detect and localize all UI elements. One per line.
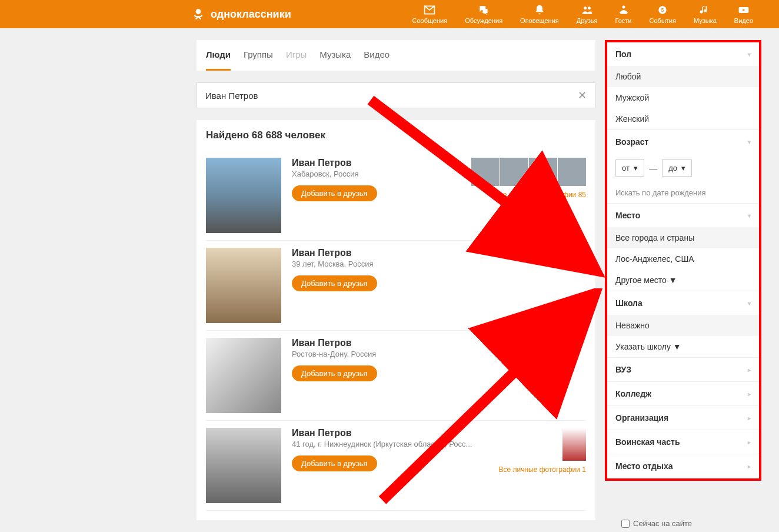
nav-friends[interactable]: Друзья	[577, 4, 598, 24]
birth-date-link[interactable]: Искать по дате рождения	[607, 182, 759, 203]
avatar[interactable]	[206, 428, 281, 503]
music-icon	[699, 4, 711, 16]
nav-messages[interactable]: Сообщения	[412, 4, 447, 24]
tab-groups[interactable]: Группы	[244, 40, 273, 71]
results-box: Найдено 68 688 человек Иван Петров Хабар…	[197, 120, 595, 520]
nav-discussions[interactable]: Обсуждения	[465, 4, 502, 24]
filter-organization[interactable]: Организация▸	[607, 406, 759, 430]
result-name[interactable]: Иван Петров	[292, 338, 586, 348]
checkbox[interactable]	[621, 520, 630, 521]
filter-gender: Пол▾ Любой Мужской Женский	[607, 42, 759, 130]
thumb[interactable]	[558, 158, 586, 186]
filter-college[interactable]: Колледж▸	[607, 382, 759, 406]
logo-text: одноклассники	[211, 8, 291, 21]
avatar[interactable]	[206, 158, 281, 233]
filter-header[interactable]: Место▾	[607, 204, 759, 227]
filter-option[interactable]: Все города и страны	[607, 227, 759, 248]
logo-icon	[191, 6, 206, 22]
photo-thumbs: Все личные фотографии 1	[498, 428, 586, 474]
thumb[interactable]	[500, 158, 528, 186]
mail-icon	[424, 4, 435, 16]
result-meta: Ростов-на-Дону, Россия	[292, 350, 586, 358]
result-item: Иван Петров 41 год, г. Нижнеудинск (Ирку…	[206, 421, 586, 511]
svg-point-2	[587, 6, 590, 9]
filter-option[interactable]: Лос-Анджелес, США	[607, 248, 759, 270]
chevron-down-icon: ▾	[748, 212, 751, 219]
filter-university[interactable]: ВУЗ▸	[607, 358, 759, 382]
tab-people[interactable]: Люди	[206, 40, 231, 71]
filter-header[interactable]: Школа▾	[607, 291, 759, 315]
svg-point-1	[584, 6, 587, 9]
chevron-down-icon: ▾	[748, 139, 751, 145]
add-friend-button[interactable]: Добавить в друзья	[292, 365, 377, 381]
top-header: одноклассники Сообщения Обсуждения Опове…	[0, 0, 779, 28]
nav-music[interactable]: Музыка	[694, 4, 717, 24]
result-item: Иван Петров Хабаровск, Россия Добавить в…	[206, 151, 586, 241]
results-count: Найдено 68 688 человек	[206, 129, 586, 141]
nav-guests[interactable]: Гости	[615, 4, 631, 24]
tab-games[interactable]: Игры	[286, 40, 307, 71]
filter-option[interactable]: Женский	[607, 108, 759, 129]
filter-header[interactable]: Пол▾	[607, 42, 759, 66]
chevron-down-icon: ▾	[748, 300, 751, 307]
filter-vacation[interactable]: Место отдыха▸	[607, 454, 759, 478]
tab-video[interactable]: Видео	[364, 40, 390, 71]
now-online-checkbox[interactable]: Сейчас на сайте	[613, 513, 692, 520]
svg-point-0	[196, 9, 201, 14]
filter-school: Школа▾ Неважно Указать школу ▼	[607, 291, 759, 358]
nav-video[interactable]: Видео	[734, 4, 753, 24]
clear-icon[interactable]: ✕	[578, 89, 587, 102]
filter-age: Возраст▾ от ▾ — до ▾ Искать по дате рожд…	[607, 130, 759, 204]
tab-music[interactable]: Музыка	[319, 40, 351, 71]
filter-option-other[interactable]: Другое место ▼	[607, 270, 759, 291]
age-to-select[interactable]: до ▾	[662, 159, 692, 177]
all-photos-link[interactable]: Все личные фотографии 1	[498, 466, 586, 474]
avatar[interactable]	[206, 248, 281, 323]
chevron-down-icon: ▾	[748, 51, 751, 58]
filter-header[interactable]: Возраст▾	[607, 130, 759, 154]
chevron-right-icon: ▸	[748, 439, 751, 445]
friends-icon	[581, 4, 593, 16]
svg-text:5: 5	[661, 7, 664, 13]
result-item: Иван Петров 39 лет, Москва, Россия Добав…	[206, 241, 586, 331]
avatar[interactable]	[206, 338, 281, 413]
result-name[interactable]: Иван Петров	[292, 248, 586, 258]
chat-icon	[478, 4, 490, 16]
search-input[interactable]	[205, 91, 578, 101]
photo-thumbs: Все личные фотографии 85	[471, 158, 586, 199]
result-meta: 39 лет, Москва, Россия	[292, 260, 586, 268]
chevron-right-icon: ▸	[748, 463, 751, 470]
svg-point-3	[622, 6, 625, 9]
chevron-right-icon: ▸	[748, 391, 751, 397]
logo[interactable]: одноклассники	[191, 6, 291, 22]
add-friend-button[interactable]: Добавить в друзья	[292, 275, 377, 291]
result-item: Иван Петров Ростов-на-Дону, Россия Добав…	[206, 331, 586, 421]
nav-notifications[interactable]: Оповещения	[520, 4, 559, 24]
bell-icon	[534, 4, 545, 16]
filter-military[interactable]: Воинская часть▸	[607, 430, 759, 454]
filter-place: Место▾ Все города и страны Лос-Анджелес,…	[607, 204, 759, 291]
video-icon	[738, 4, 750, 16]
guests-icon	[618, 4, 630, 16]
top-nav: Сообщения Обсуждения Оповещения Друзья Г…	[412, 4, 765, 24]
nav-events[interactable]: 5События	[650, 4, 676, 24]
filter-option[interactable]: Указать школу ▼	[607, 336, 759, 357]
thumb[interactable]	[471, 158, 500, 186]
filters-panel: Пол▾ Любой Мужской Женский Возраст▾ от ▾…	[605, 40, 761, 481]
all-photos-link[interactable]: Все личные фотографии 85	[495, 191, 586, 199]
add-friend-button[interactable]: Добавить в друзья	[292, 455, 377, 471]
filter-option[interactable]: Мужской	[607, 87, 759, 108]
chevron-right-icon: ▸	[748, 367, 751, 373]
filter-option[interactable]: Неважно	[607, 315, 759, 336]
search-box: ✕	[197, 82, 595, 108]
add-friend-button[interactable]: Добавить в друзья	[292, 185, 377, 201]
tabs-bar: Люди Группы Игры Музыка Видео	[197, 40, 595, 71]
events-icon: 5	[657, 4, 668, 16]
thumb[interactable]	[562, 428, 586, 461]
thumb[interactable]	[529, 158, 557, 186]
chevron-right-icon: ▸	[748, 415, 751, 421]
age-from-select[interactable]: от ▾	[615, 159, 644, 177]
filter-option[interactable]: Любой	[607, 66, 759, 87]
